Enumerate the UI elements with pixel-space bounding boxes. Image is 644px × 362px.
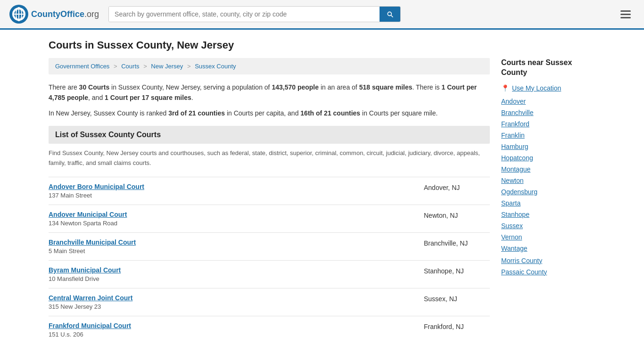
sidebar-item-ogdensburg[interactable]: Ogdensburg — [501, 188, 595, 196]
list-description: Find Sussex County, New Jersey courts an… — [49, 148, 490, 168]
breadcrumb-courts[interactable]: Courts — [121, 63, 139, 70]
sidebar-item-sussex[interactable]: Sussex — [501, 222, 595, 230]
court-info: Branchville Municipal Court 5 Main Stree… — [49, 239, 414, 255]
menu-line — [620, 17, 631, 18]
court-count: 30 Courts — [79, 83, 110, 91]
sidebar-item-frankford[interactable]: Frankford — [501, 120, 595, 128]
sidebar-item-morris-county[interactable]: Morris County — [501, 257, 595, 264]
content-wrapper: Government Offices > Courts > New Jersey… — [49, 58, 595, 344]
logo: CountyOffice.org — [9, 5, 99, 24]
table-row: Central Warren Joint Court 315 New Jerse… — [49, 288, 490, 316]
stats-paragraph-1: There are 30 Courts in Sussex County, Ne… — [49, 82, 490, 103]
sidebar-title: Courts near Sussex County — [501, 58, 595, 78]
court-address: 137 Main Street — [49, 192, 414, 199]
sidebar-item-stanhope[interactable]: Stanhope — [501, 211, 595, 218]
courts-list: Andover Boro Municipal Court 137 Main St… — [49, 177, 490, 344]
sidebar-item-montague[interactable]: Montague — [501, 165, 595, 173]
sidebar-item-franklin[interactable]: Franklin — [501, 132, 595, 139]
logo-icon — [9, 5, 28, 24]
table-row: Andover Boro Municipal Court 137 Main St… — [49, 177, 490, 205]
court-info: Central Warren Joint Court 315 New Jerse… — [49, 294, 414, 310]
sidebar-county-links: Morris CountyPassaic County — [501, 257, 595, 276]
sidebar-item-sparta[interactable]: Sparta — [501, 199, 595, 207]
court-name[interactable]: Andover Municipal Court — [49, 211, 414, 218]
court-info: Byram Municipal Court 10 Mansfield Drive — [49, 266, 414, 282]
sidebar-item-andover[interactable]: Andover — [501, 98, 595, 105]
sidebar-item-newton[interactable]: Newton — [501, 177, 595, 184]
court-name[interactable]: Frankford Municipal Court — [49, 322, 414, 329]
court-info: Frankford Municipal Court 151 U.s. 206 — [49, 322, 414, 338]
search-input[interactable] — [109, 7, 380, 22]
breadcrumb-sep: > — [187, 63, 191, 70]
court-location: Frankford, NJ — [414, 323, 490, 330]
sidebar-nearby-links: AndoverBranchvilleFrankfordFranklinHambu… — [501, 98, 595, 252]
court-location: Branchville, NJ — [414, 239, 490, 247]
table-row: Byram Municipal Court 10 Mansfield Drive… — [49, 260, 490, 288]
sidebar-item-hopatcong[interactable]: Hopatcong — [501, 154, 595, 162]
court-location: Andover, NJ — [414, 184, 490, 191]
court-name[interactable]: Central Warren Joint Court — [49, 294, 414, 302]
breadcrumb-nj[interactable]: New Jersey — [151, 63, 183, 70]
court-address: 10 Mansfield Drive — [49, 275, 414, 282]
court-address: 5 Main Street — [49, 247, 414, 255]
breadcrumb-sep: > — [114, 63, 117, 70]
table-row: Frankford Municipal Court 151 U.s. 206 F… — [49, 316, 490, 344]
use-location-link[interactable]: Use My Location — [512, 84, 561, 92]
sidebar-item-passaic-county[interactable]: Passaic County — [501, 268, 595, 276]
sidebar-item-wantage[interactable]: Wantage — [501, 245, 595, 252]
use-location[interactable]: 📍 Use My Location — [501, 84, 595, 92]
court-info: Andover Boro Municipal Court 137 Main St… — [49, 183, 414, 199]
court-address: 151 U.s. 206 — [49, 331, 414, 338]
court-name[interactable]: Branchville Municipal Court — [49, 239, 414, 246]
court-location: Sussex, NJ — [414, 295, 490, 303]
menu-line — [620, 10, 631, 12]
page-title: Courts in Sussex County, New Jersey — [49, 39, 595, 51]
rank1: 3rd of 21 counties — [168, 109, 225, 117]
sidebar-item-hamburg[interactable]: Hamburg — [501, 143, 595, 150]
sidebar: Courts near Sussex County 📍 Use My Locat… — [501, 58, 595, 344]
population: 143,570 people — [272, 83, 319, 91]
search-button[interactable] — [380, 7, 400, 22]
list-heading: List of Sussex County Courts — [49, 126, 490, 144]
area: 518 square miles — [359, 83, 413, 91]
table-row: Andover Municipal Court 134 Newton Spart… — [49, 205, 490, 232]
table-row: Branchville Municipal Court 5 Main Stree… — [49, 232, 490, 260]
menu-button[interactable] — [617, 7, 635, 22]
breadcrumb: Government Offices > Courts > New Jersey… — [49, 58, 490, 74]
sidebar-item-vernon[interactable]: Vernon — [501, 233, 595, 241]
court-address: 134 Newton Sparta Road — [49, 220, 414, 227]
court-location: Newton, NJ — [414, 212, 490, 219]
stats-paragraph-2: In New Jersey, Sussex County is ranked 3… — [49, 108, 490, 118]
breadcrumb-sussex[interactable]: Sussex County — [195, 63, 236, 70]
location-icon: 📍 — [501, 84, 509, 92]
main-content: Government Offices > Courts > New Jersey… — [49, 58, 490, 344]
main-container: Courts in Sussex County, New Jersey Gove… — [39, 30, 605, 344]
breadcrumb-sep: > — [143, 63, 147, 70]
court-location: Stanhope, NJ — [414, 267, 490, 275]
sidebar-item-branchville[interactable]: Branchville — [501, 109, 595, 116]
breadcrumb-gov-offices[interactable]: Government Offices — [55, 63, 109, 70]
court-address: 315 New Jersey 23 — [49, 303, 414, 310]
court-name[interactable]: Byram Municipal Court — [49, 266, 414, 274]
search-icon — [386, 10, 394, 18]
logo-text: CountyOffice.org — [31, 9, 99, 19]
rank2: 16th of 21 counties — [300, 109, 360, 117]
court-name[interactable]: Andover Boro Municipal Court — [49, 183, 414, 190]
court-info: Andover Municipal Court 134 Newton Spart… — [49, 211, 414, 227]
search-bar — [108, 6, 401, 22]
per-area: 1 Court per 17 square miles — [105, 94, 191, 101]
menu-line — [620, 14, 631, 15]
header: CountyOffice.org — [0, 0, 644, 30]
